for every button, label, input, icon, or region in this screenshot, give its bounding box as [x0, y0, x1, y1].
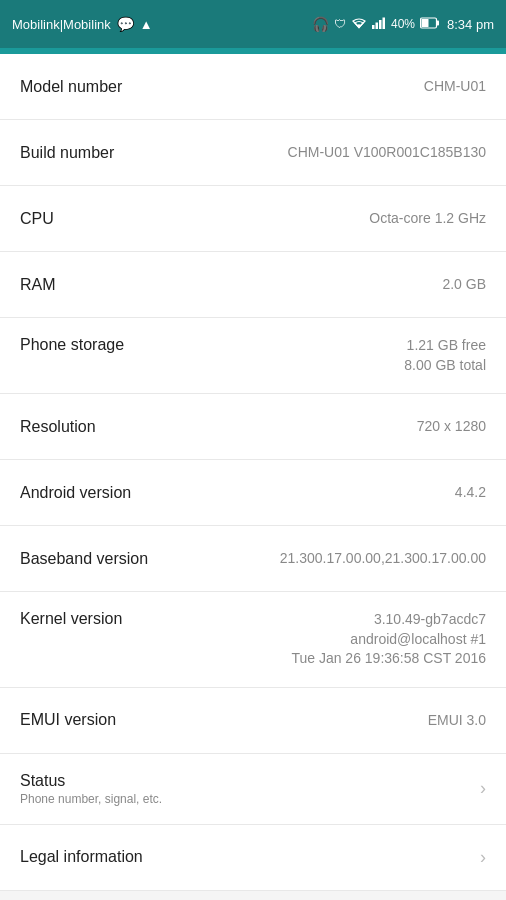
carrier-text: Mobilink|Mobilink — [12, 17, 111, 32]
info-row-cpu: CPUOcta-core 1.2 GHz — [0, 186, 506, 252]
content-area: Model numberCHM-U01Build numberCHM-U01 V… — [0, 54, 506, 900]
battery-text: 40% — [391, 17, 415, 31]
status-bar-right: 🎧 🛡 40% — [312, 16, 494, 32]
signal-icon: ▲ — [140, 17, 153, 32]
info-row-phone-storage: Phone storage1.21 GB free8.00 GB total — [0, 318, 506, 394]
chevron-icon-status: › — [480, 778, 486, 799]
svg-rect-6 — [422, 19, 429, 27]
svg-rect-0 — [372, 25, 375, 29]
row-value-resolution: 720 x 1280 — [417, 417, 486, 437]
info-row-ram: RAM2.0 GB — [0, 252, 506, 318]
row-value-phone-storage: 1.21 GB free8.00 GB total — [404, 336, 486, 375]
row-label-phone-storage: Phone storage — [20, 336, 124, 354]
row-sublabel-status: Phone number, signal, etc. — [20, 792, 162, 806]
info-row-kernel-version: Kernel version3.10.49-gb7acdc7android@lo… — [0, 592, 506, 688]
row-label-resolution: Resolution — [20, 418, 96, 436]
row-label-kernel-version: Kernel version — [20, 610, 122, 628]
row-label-cpu: CPU — [20, 210, 54, 228]
row-label-model-number: Model number — [20, 78, 122, 96]
row-value-cpu: Octa-core 1.2 GHz — [369, 209, 486, 229]
message-icon: 💬 — [117, 16, 134, 32]
row-label-status: Status — [20, 772, 162, 790]
status-bar: Mobilink|Mobilink 💬 ▲ 🎧 🛡 40% — [0, 0, 506, 48]
headphones-icon: 🎧 — [312, 16, 329, 32]
info-row-legal-information[interactable]: Legal information› — [0, 825, 506, 891]
svg-rect-2 — [379, 20, 382, 29]
status-bar-left: Mobilink|Mobilink 💬 ▲ — [12, 16, 153, 32]
shield-icon: 🛡 — [334, 17, 346, 31]
wifi-icon — [351, 17, 367, 32]
row-value-build-number: CHM-U01 V100R001C185B130 — [288, 143, 486, 163]
chevron-icon-legal-information: › — [480, 847, 486, 868]
info-row-model-number: Model numberCHM-U01 — [0, 54, 506, 120]
row-value-model-number: CHM-U01 — [424, 77, 486, 97]
signal-bars-icon — [372, 17, 386, 31]
row-value-android-version: 4.4.2 — [455, 483, 486, 503]
battery-icon — [420, 17, 440, 32]
svg-rect-1 — [375, 23, 378, 30]
svg-rect-5 — [437, 20, 440, 25]
row-label-ram: RAM — [20, 276, 56, 294]
info-row-status[interactable]: StatusPhone number, signal, etc.› — [0, 754, 506, 825]
row-label-emui-version: EMUI version — [20, 711, 116, 729]
info-row-build-number: Build numberCHM-U01 V100R001C185B130 — [0, 120, 506, 186]
svg-rect-3 — [382, 18, 385, 30]
time-text: 8:34 pm — [447, 17, 494, 32]
row-label-legal-information: Legal information — [20, 848, 143, 866]
info-row-resolution: Resolution720 x 1280 — [0, 394, 506, 460]
row-label-baseband-version: Baseband version — [20, 550, 148, 568]
info-row-android-version: Android version4.4.2 — [0, 460, 506, 526]
row-value-kernel-version: 3.10.49-gb7acdc7android@localhost #1Tue … — [291, 610, 486, 669]
info-row-emui-version: EMUI versionEMUI 3.0 — [0, 688, 506, 754]
row-label-build-number: Build number — [20, 144, 114, 162]
info-row-baseband-version: Baseband version21.300.17.00.00,21.300.1… — [0, 526, 506, 592]
row-value-emui-version: EMUI 3.0 — [428, 711, 486, 731]
row-value-ram: 2.0 GB — [442, 275, 486, 295]
row-value-baseband-version: 21.300.17.00.00,21.300.17.00.00 — [280, 549, 486, 569]
row-label-android-version: Android version — [20, 484, 131, 502]
